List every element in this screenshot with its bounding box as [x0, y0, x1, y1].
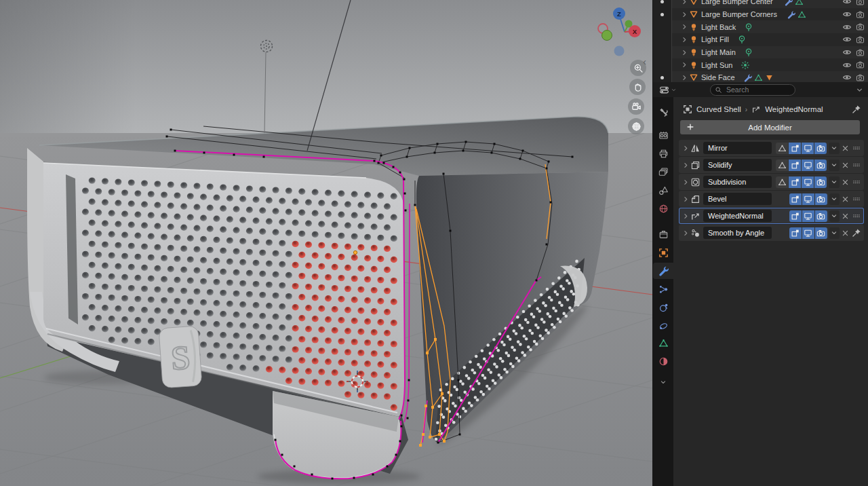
- display-render-button[interactable]: [815, 227, 827, 239]
- display-render-button[interactable]: [814, 160, 827, 171]
- modifier-panel-smooth-by-angle[interactable]: Smooth by Angle: [679, 225, 864, 241]
- delete-modifier-button[interactable]: [841, 193, 850, 205]
- drag-handle-icon[interactable]: [852, 210, 861, 222]
- delete-modifier-button[interactable]: [841, 160, 850, 171]
- delete-modifier-button[interactable]: [841, 210, 850, 222]
- gizmo-axis-neg-y[interactable]: [602, 31, 612, 41]
- breadcrumb-object[interactable]: Curved Shell: [696, 105, 741, 113]
- drag-handle-icon[interactable]: [852, 160, 861, 171]
- outliner-row[interactable]: Light Back: [672, 20, 868, 33]
- expand-icon[interactable]: [682, 195, 690, 204]
- expand-icon[interactable]: [680, 60, 689, 69]
- drag-handle-icon[interactable]: [852, 176, 861, 188]
- display-realtime-button[interactable]: [802, 210, 814, 222]
- expand-icon[interactable]: [680, 22, 689, 31]
- modifier-panel-bevel[interactable]: Bevel: [679, 191, 864, 207]
- expand-icon[interactable]: [680, 73, 689, 82]
- mesh-data-icon[interactable]: [797, 10, 806, 19]
- modifier-name-field[interactable]: Subdivision: [703, 176, 772, 188]
- display-edit-mode-button[interactable]: [789, 160, 801, 171]
- expand-icon[interactable]: [682, 212, 690, 221]
- point-light-data-icon[interactable]: [737, 35, 747, 44]
- display-edit-mode-button[interactable]: [789, 143, 801, 154]
- gizmo-axis-neg-z[interactable]: [614, 46, 625, 56]
- display-on-cage-button[interactable]: [776, 160, 788, 171]
- tab-constraints[interactable]: [653, 318, 673, 334]
- delete-modifier-button[interactable]: [841, 176, 850, 188]
- hide-eye-icon[interactable]: [842, 22, 852, 32]
- hide-eye-icon[interactable]: [842, 60, 852, 70]
- display-realtime-button[interactable]: [802, 160, 814, 171]
- modifier-wrench-icon[interactable]: [787, 10, 795, 19]
- modifier-name-field[interactable]: Mirror: [703, 142, 772, 154]
- disable-render-icon[interactable]: [856, 0, 865, 6]
- display-edit-mode-button[interactable]: [789, 210, 802, 222]
- outliner-row[interactable]: Large Bumper Corners: [672, 8, 868, 21]
- expand-icon[interactable]: [680, 35, 689, 44]
- outliner-row[interactable]: Side Face: [672, 71, 868, 82]
- expand-icon[interactable]: [680, 48, 689, 57]
- tab-object[interactable]: [653, 244, 673, 261]
- outliner-row[interactable]: Large Bumper Center: [672, 0, 868, 8]
- perspective-toggle-button[interactable]: [628, 118, 644, 134]
- tab-physics[interactable]: [653, 299, 673, 316]
- disable-render-icon[interactable]: [856, 48, 865, 57]
- modifier-panel-weighted-normal[interactable]: WeightedNormal: [679, 208, 864, 224]
- pin-icon[interactable]: [852, 105, 861, 114]
- tab-render[interactable]: [653, 127, 673, 143]
- tab-world[interactable]: [653, 200, 673, 217]
- expand-icon[interactable]: [680, 0, 689, 6]
- display-on-cage-button[interactable]: [776, 176, 788, 188]
- display-render-button[interactable]: [815, 210, 827, 222]
- hide-eye-icon[interactable]: [842, 10, 852, 19]
- instance-icon[interactable]: [765, 73, 774, 82]
- modifier-panel-mirror[interactable]: Mirror: [679, 140, 864, 156]
- tab-overflow-chevron[interactable]: [653, 374, 673, 390]
- extras-menu-button[interactable]: [829, 143, 839, 154]
- expand-icon[interactable]: [682, 161, 690, 170]
- expand-icon[interactable]: [680, 10, 689, 19]
- display-realtime-button[interactable]: [802, 227, 814, 239]
- tab-tool[interactable]: [653, 104, 673, 120]
- pin-icon[interactable]: [852, 227, 861, 239]
- modifier-name-field[interactable]: Solidify: [703, 159, 772, 171]
- modifier-wrench-icon[interactable]: [784, 0, 793, 6]
- drag-handle-icon[interactable]: [852, 143, 861, 154]
- modifier-name-field[interactable]: Bevel: [703, 193, 772, 205]
- editor-type-button[interactable]: [657, 84, 679, 96]
- display-edit-mode-button[interactable]: [789, 227, 802, 239]
- tab-material[interactable]: [653, 353, 673, 369]
- tab-output[interactable]: [653, 145, 673, 162]
- header-options-chevron-icon[interactable]: [855, 86, 864, 94]
- hide-eye-icon[interactable]: [842, 35, 852, 44]
- expand-icon[interactable]: [682, 144, 690, 153]
- hide-eye-icon[interactable]: [842, 0, 852, 6]
- modifier-panel-subdivision[interactable]: Subdivision: [679, 174, 864, 190]
- mesh-data-icon[interactable]: [754, 73, 763, 82]
- delete-modifier-button[interactable]: [841, 227, 850, 239]
- camera-view-button[interactable]: [628, 98, 644, 115]
- extras-menu-button[interactable]: [829, 210, 840, 222]
- modifier-wrench-icon[interactable]: [743, 73, 752, 82]
- display-render-button[interactable]: [814, 143, 827, 154]
- mesh-data-icon[interactable]: [795, 0, 804, 6]
- breadcrumb-modifier[interactable]: WeightedNormal: [765, 105, 823, 113]
- hide-eye-icon[interactable]: [842, 48, 852, 57]
- drag-handle-icon[interactable]: [852, 193, 861, 205]
- disable-render-icon[interactable]: [856, 60, 865, 69]
- delete-modifier-button[interactable]: [841, 143, 850, 154]
- modifier-name-field[interactable]: Smooth by Angle: [703, 227, 772, 239]
- modifier-name-field[interactable]: WeightedNormal: [703, 210, 772, 222]
- tab-collection[interactable]: [653, 226, 673, 242]
- outliner-row[interactable]: Light Fill: [672, 33, 868, 46]
- expand-icon[interactable]: [682, 229, 690, 238]
- search-box[interactable]: [710, 84, 795, 96]
- point-light-data-icon[interactable]: [744, 48, 753, 57]
- sidebar-collapse-handle[interactable]: ‹: [643, 57, 646, 67]
- disable-render-icon[interactable]: [856, 10, 865, 19]
- extras-menu-button[interactable]: [829, 176, 839, 188]
- hide-eye-icon[interactable]: [842, 73, 852, 82]
- outliner-row[interactable]: Light Main: [672, 46, 868, 59]
- display-render-button[interactable]: [814, 176, 827, 188]
- extras-menu-button[interactable]: [829, 193, 840, 205]
